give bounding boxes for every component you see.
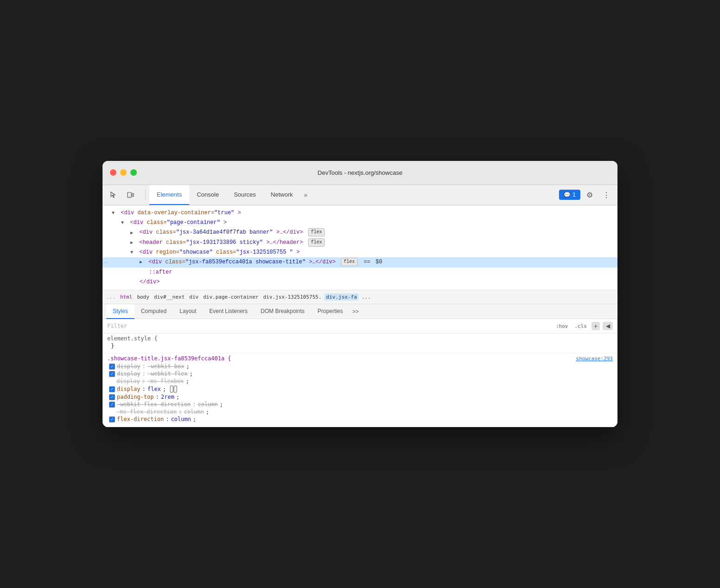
breadcrumb-item-jsx-fa[interactable]: div.jsx-fa [324,294,359,300]
css-rule: display : -webkit-flex ; [107,370,613,377]
tab-elements[interactable]: Elements [149,185,189,205]
tab-sources[interactable]: Sources [226,185,264,205]
css-section-showcase-title: .showcase-title.jsx-fa8539efcca401a { sh… [103,353,617,427]
nav-more[interactable]: » [300,185,311,205]
css-selector: .showcase-title.jsx-fa8539efcca401a { [107,355,231,362]
css-rule-checkbox[interactable] [109,416,115,422]
devtools-body: ▼ <div data-overlay-container="true" > ▼… [103,205,617,427]
dots-indicator: … [104,258,108,266]
breadcrumb-item-jsx-1325[interactable]: div.jsx-1325105755. [261,294,323,300]
title-bar: DevTools - nextjs.org/showcase [103,161,617,185]
nav-separator [145,189,146,200]
css-selector: element.style { [107,335,157,342]
breadcrumb-item-next[interactable]: div#__next [152,294,186,300]
subtab-layout[interactable]: Layout [173,304,203,319]
css-rule: display : -webkit-box ; [107,363,613,370]
settings-icon-button[interactable]: ⚙ [582,187,597,202]
subtab-dom-breakpoints[interactable]: DOM Breakpoints [254,304,311,319]
dom-line: </div> [103,277,617,287]
badge-count: 1 [572,192,576,198]
tab-console[interactable]: Console [189,185,226,205]
flex-badge: flex [308,228,325,236]
breadcrumb-bar: ... html body div#__next div div.page-co… [103,290,617,304]
css-rule: flex-direction : column ; [107,415,613,423]
subtab-event-listeners[interactable]: Event Listeners [203,304,254,319]
css-rule-checkbox[interactable] [109,364,115,370]
toggle-sidebar-button[interactable]: ◀ [603,322,613,330]
maximize-button[interactable] [130,169,137,176]
css-section-element-style: element.style { } [103,333,617,353]
css-rule-checkbox[interactable] [109,394,115,400]
window-title: DevTools - nextjs.org/showcase [318,169,403,176]
css-selector-line: element.style { [107,335,613,342]
subtab-computed[interactable]: Computed [135,304,173,319]
dom-line: ::after [103,268,617,277]
subtab-bar: Styles Computed Layout Event Listeners D… [103,304,617,319]
css-rule: -ms-flex-direction : column ; [107,408,613,415]
breadcrumb-dots: ... [106,294,116,300]
breadcrumb-item-html[interactable]: html [118,294,135,300]
dom-line: ▼ <div region="showcase" class="jsx-1325… [103,248,617,257]
dom-line-selected[interactable]: … ▶ <div class="jsx-fa8539efcca401a show… [103,257,617,267]
filter-bar: :hov .cls + ◀ [103,319,617,333]
dom-line: ▼ <div data-overlay-container="true" > [103,208,617,218]
css-source-link[interactable]: showcase:293 [576,356,613,362]
css-rule: display : flex ; [107,385,613,393]
badge-icon: 💬 [564,192,571,198]
svg-rect-4 [174,386,177,392]
css-rule: -webkit-flex-direction : column ; [107,401,613,408]
nav-icon-group [106,187,138,202]
css-rule-checkbox[interactable] [109,402,115,408]
dom-line: ▶ <div class="jsx-3a64d1ae4f0f7fab banne… [103,228,617,237]
tab-network[interactable]: Network [264,185,301,205]
devtools-nav: Elements Console Sources Network » 💬 1 ⚙… [103,185,617,205]
add-style-button[interactable]: + [591,322,600,330]
filter-input[interactable] [107,323,550,329]
subtab-more[interactable]: >> [349,305,361,319]
dom-line: ▶ <header class="jsx-1931733896 sticky" … [103,238,617,248]
breadcrumb-more[interactable]: ... [360,294,373,300]
css-rule: display : -ms-flexbox ; [107,377,613,385]
svg-rect-1 [132,193,134,197]
dom-line: ▼ <div class="page-container" > [103,218,617,228]
subtab-properties[interactable]: Properties [311,304,350,319]
close-button[interactable] [110,169,116,176]
flex-badge: flex [341,258,358,266]
breadcrumb-item-body[interactable]: body [135,294,151,300]
device-icon[interactable] [123,187,138,202]
css-selector-line: .showcase-title.jsx-fa8539efcca401a { sh… [107,355,613,362]
feedback-badge-button[interactable]: 💬 1 [559,190,580,200]
flex-badge: flex [308,238,325,247]
css-rule: padding-top : 2rem ; [107,393,613,401]
styles-panel: Styles Computed Layout Event Listeners D… [103,304,617,427]
flex-layout-icon[interactable] [170,385,177,393]
elements-panel: ▼ <div data-overlay-container="true" > ▼… [103,205,617,290]
filter-actions: :hov .cls + ◀ [554,322,613,330]
traffic-lights [110,169,137,176]
cursor-icon[interactable] [106,187,121,202]
css-rule-checkbox[interactable] [109,386,115,392]
breadcrumb-item-page-container[interactable]: div.page-container [201,294,260,300]
svg-rect-3 [170,386,173,392]
css-rule-checkbox[interactable] [109,371,115,377]
devtools-window: DevTools - nextjs.org/showcase Elements … [103,161,617,427]
minimize-button[interactable] [120,169,127,176]
svg-point-2 [129,197,130,198]
nav-right: 💬 1 ⚙ ⋮ [559,187,614,202]
menu-icon-button[interactable]: ⋮ [599,187,614,202]
cls-filter-button[interactable]: .cls [573,322,589,330]
hov-filter-button[interactable]: :hov [554,322,570,330]
subtab-styles[interactable]: Styles [106,304,135,319]
breadcrumb-item-div[interactable]: div [187,294,200,300]
